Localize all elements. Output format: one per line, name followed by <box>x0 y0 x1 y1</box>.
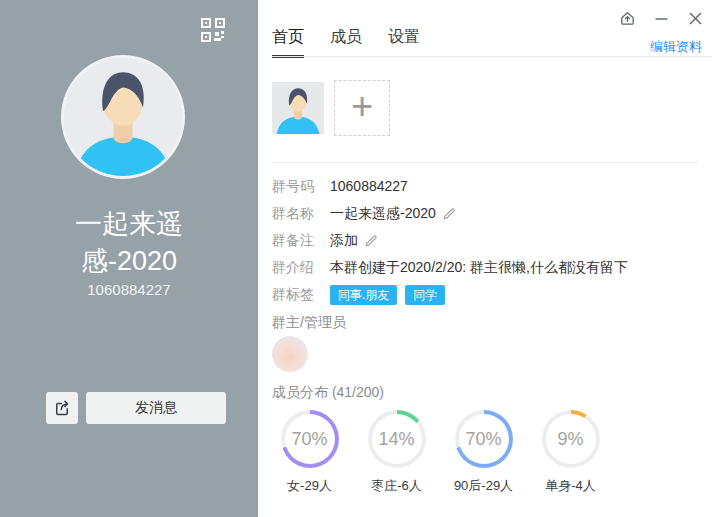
info-row-group-intro: 群介绍 本群创建于2020/2/20: 群主很懒,什么都没有留下 <box>272 258 704 277</box>
send-message-button[interactable]: 发消息 <box>86 392 226 424</box>
minimize-icon[interactable] <box>652 9 670 27</box>
edit-profile-link[interactable]: 编辑资料 <box>650 38 702 56</box>
share-forward-icon <box>53 399 71 417</box>
info-row-group-name: 群名称 一起来遥感-2020 <box>272 204 704 223</box>
tab-home[interactable]: 首页 <box>272 27 304 58</box>
group-number: 1060884227 <box>0 281 258 298</box>
tab-settings[interactable]: 设置 <box>388 27 420 58</box>
group-tag: 同事.朋友 <box>330 285 397 305</box>
member-distribution-charts: 70% 女-29人 14% 枣庄-6人 70% 90后-29人 9% <box>266 410 614 495</box>
group-name: 一起来遥 感-2020 <box>0 206 258 280</box>
close-icon[interactable] <box>686 9 704 27</box>
main-panel: 首页 成员 设置 编辑资料 + 群号码 1060884227 群 <box>258 0 712 517</box>
info-row-group-tags: 群标签 同事.朋友 同学 <box>272 285 704 305</box>
group-info-list: 群号码 1060884227 群名称 一起来遥感-2020 群备注 添加 <box>272 177 704 313</box>
info-row-group-number: 群号码 1060884227 <box>272 177 704 196</box>
donut-gender: 70% 女-29人 <box>266 410 353 495</box>
donut-age: 70% 90后-29人 <box>440 410 527 495</box>
tab-bar: 首页 成员 设置 <box>272 27 420 58</box>
section-divider <box>272 162 698 163</box>
member-distribution-title: 成员分布 (41/200) <box>272 384 384 402</box>
admins-section-title: 群主/管理员 <box>272 314 346 332</box>
edit-pencil-icon[interactable] <box>442 206 457 221</box>
qr-code-icon[interactable] <box>200 17 226 43</box>
plus-icon: + <box>351 87 373 125</box>
info-row-group-remark: 群备注 添加 <box>272 231 704 250</box>
add-member-button[interactable]: + <box>334 80 390 136</box>
main-panel-home-icon[interactable] <box>618 9 636 27</box>
sidebar: 一起来遥 感-2020 1060884227 发消息 <box>0 0 258 517</box>
donut-location: 14% 枣庄-6人 <box>353 410 440 495</box>
edit-pencil-icon[interactable] <box>364 233 379 248</box>
tab-members[interactable]: 成员 <box>330 27 362 58</box>
window-controls <box>618 9 704 27</box>
add-remark-link[interactable]: 添加 <box>330 231 358 250</box>
tabs-divider <box>272 56 712 57</box>
group-owner-avatar[interactable] <box>272 336 308 372</box>
share-button[interactable] <box>46 392 78 424</box>
member-avatar[interactable] <box>272 82 324 134</box>
group-profile-window: 一起来遥 感-2020 1060884227 发消息 <box>0 0 712 517</box>
group-tag: 同学 <box>405 285 445 305</box>
donut-single: 9% 单身-4人 <box>527 410 614 495</box>
group-avatar[interactable] <box>61 55 185 179</box>
